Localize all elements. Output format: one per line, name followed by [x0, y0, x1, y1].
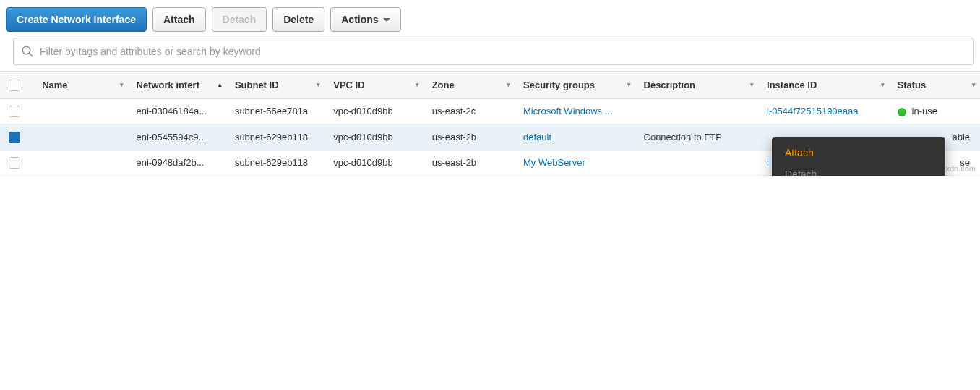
sort-icon: ▾ [972, 81, 976, 88]
cell-security-group-link[interactable]: default [515, 124, 635, 151]
cell-description [635, 98, 759, 124]
search-input[interactable] [40, 46, 966, 57]
col-description[interactable]: Description▾ [635, 72, 759, 99]
detach-button: Detach [212, 7, 267, 32]
row-checkbox[interactable] [9, 132, 20, 143]
select-all-checkbox[interactable] [9, 80, 20, 91]
actions-label: Actions [341, 14, 378, 25]
svg-line-1 [29, 53, 33, 56]
col-status[interactable]: Status▾ [889, 72, 980, 99]
cell-status: in-use [889, 98, 980, 124]
caret-down-icon [383, 18, 390, 22]
cell-subnet: subnet-629eb118 [226, 150, 324, 176]
col-network-interface[interactable]: Network interf▴ [128, 72, 226, 99]
sort-icon: ▾ [317, 81, 320, 88]
search-bar[interactable] [13, 38, 974, 65]
cell-security-group-link[interactable]: Microsoft Windows ... [515, 98, 635, 124]
cell-eni: eni-0545594c9... [128, 124, 226, 151]
cell-subnet: subnet-629eb118 [226, 124, 324, 151]
menu-detach: Detach [772, 164, 945, 176]
col-vpc[interactable]: VPC ID▾ [324, 72, 423, 99]
cell-name [33, 124, 127, 151]
cell-description: Connection to FTP [635, 124, 759, 151]
cell-zone: us-east-2c [424, 98, 515, 124]
cell-vpc: vpc-d010d9bb [324, 150, 423, 176]
sort-icon: ▾ [507, 81, 510, 88]
menu-attach[interactable]: Attach [772, 142, 945, 164]
sort-asc-icon: ▴ [218, 81, 222, 88]
actions-button[interactable]: Actions [330, 7, 400, 32]
cell-vpc: vpc-d010d9bb [324, 124, 423, 151]
cell-vpc: vpc-d010d9bb [324, 98, 423, 124]
sort-icon: ▾ [881, 81, 885, 88]
delete-button[interactable]: Delete [272, 7, 324, 32]
col-subnet[interactable]: Subnet ID▾ [226, 72, 324, 99]
cell-name [33, 150, 127, 176]
cell-instance-link[interactable]: i-0544f72515190eaaa [758, 98, 889, 124]
sort-icon: ▾ [416, 81, 419, 88]
search-icon [21, 45, 34, 58]
cell-eni: eni-03046184a... [128, 98, 226, 124]
create-network-interface-button[interactable]: Create Network Interface [6, 7, 147, 32]
toolbar: Create Network Interface Attach Detach D… [0, 0, 980, 38]
attach-button[interactable]: Attach [152, 7, 206, 32]
table-header-row: Name▾ Network interf▴ Subnet ID▾ VPC ID▾… [0, 72, 980, 99]
col-instance-id[interactable]: Instance ID▾ [758, 72, 889, 99]
context-menu: Attach Detach Delete Manage IP Addresses… [772, 137, 945, 176]
col-name[interactable]: Name▾ [33, 72, 127, 99]
col-security-groups[interactable]: Security groups▾ [515, 72, 635, 99]
sort-icon: ▾ [750, 81, 754, 88]
table-row[interactable]: eni-03046184a... subnet-56ee781a vpc-d01… [0, 98, 980, 124]
cell-security-group-link[interactable]: My WebServer [515, 150, 635, 176]
cell-eni: eni-0948daf2b... [128, 150, 226, 176]
cell-description [635, 150, 759, 176]
status-dot-icon [898, 108, 906, 116]
row-checkbox[interactable] [9, 157, 20, 169]
sort-icon: ▾ [120, 81, 124, 88]
cell-subnet: subnet-56ee781a [226, 98, 324, 124]
row-checkbox[interactable] [9, 106, 20, 117]
cell-zone: us-east-2b [424, 124, 515, 151]
cell-zone: us-east-2b [424, 150, 515, 176]
col-zone[interactable]: Zone▾ [424, 72, 515, 99]
sort-icon: ▾ [627, 81, 631, 88]
cell-name [33, 98, 127, 124]
col-checkbox[interactable] [0, 72, 33, 99]
